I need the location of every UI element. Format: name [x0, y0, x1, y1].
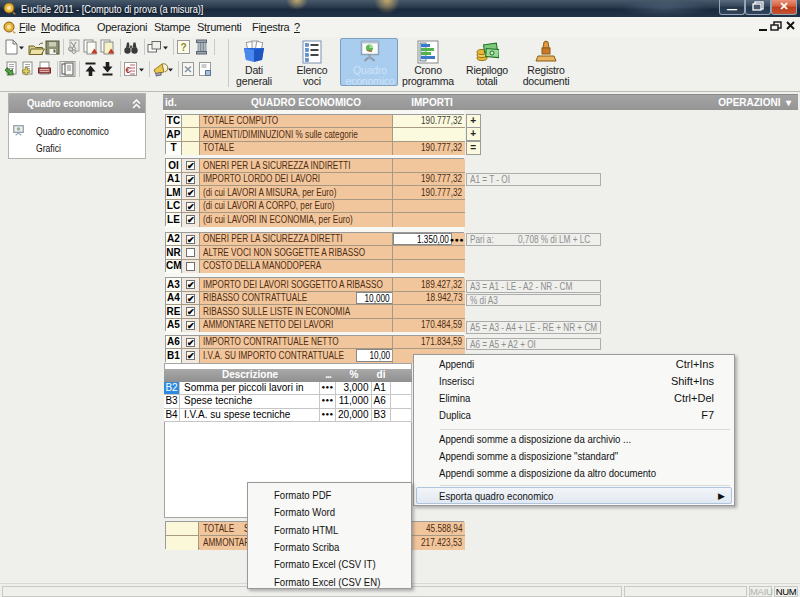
svg-text:€: €	[125, 65, 130, 75]
svg-text:?: ?	[180, 42, 186, 53]
